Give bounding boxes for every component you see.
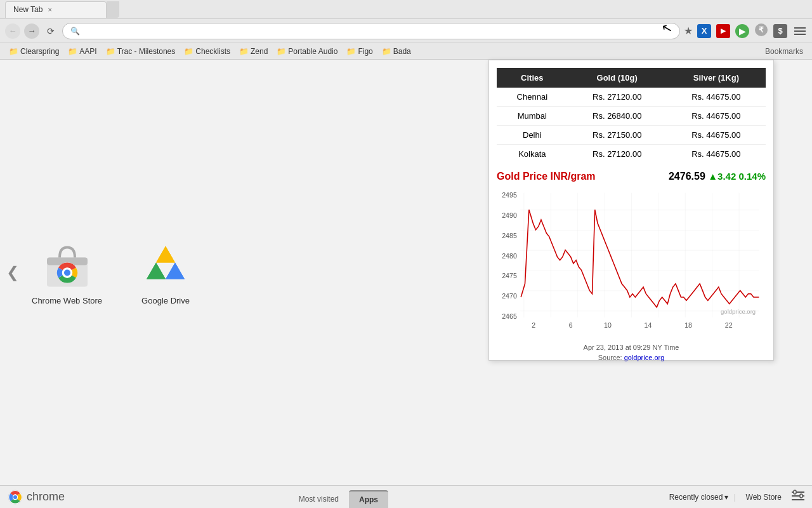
table-cell-gold: Rs. 27120.00 xyxy=(568,88,667,107)
tab-most-visited[interactable]: Most visited xyxy=(289,490,349,508)
google-drive-icon xyxy=(140,240,191,291)
svg-text:22: 22 xyxy=(725,321,733,329)
ext-icon-x-button[interactable]: X xyxy=(697,23,712,39)
bottom-right: Recently closed ▾ | Web Store xyxy=(669,490,804,504)
chrome-menu-button[interactable] xyxy=(792,23,807,39)
folder-icon: 📁 xyxy=(239,47,249,56)
apps-container: Chrome Web Store xyxy=(32,240,191,305)
bookmark-label: Bada xyxy=(393,47,411,56)
bottom-settings-button[interactable] xyxy=(792,490,804,504)
tab-title: New Tab xyxy=(13,5,43,14)
bookmark-trac[interactable]: 📁 Trac - Milestones xyxy=(102,46,180,57)
chart-source: Source: goldprice.org xyxy=(497,354,766,361)
ext-green-icon: ▶ xyxy=(735,24,749,38)
ext-red-icon: ▶ xyxy=(716,24,730,38)
svg-marker-14 xyxy=(166,263,185,279)
ext-icon-red-button[interactable]: ▶ xyxy=(716,23,731,39)
source-link[interactable]: goldprice.org xyxy=(624,354,665,361)
svg-marker-12 xyxy=(147,263,166,279)
title-bar: New Tab × xyxy=(0,0,812,19)
bookmark-zend[interactable]: 📁 Zend xyxy=(235,46,272,57)
table-cell-city: Chennai xyxy=(497,88,568,107)
hamburger-icon xyxy=(794,25,807,37)
svg-text:2470: 2470 xyxy=(502,292,517,300)
tab-apps[interactable]: Apps xyxy=(349,490,388,508)
svg-text:2480: 2480 xyxy=(502,252,517,260)
gold-price-title: Gold Price INR/gram xyxy=(497,171,596,182)
bookmark-label: Zend xyxy=(251,47,268,56)
google-drive-label: Google Drive xyxy=(141,296,190,305)
gold-price-value: 2476.59 xyxy=(669,171,705,182)
ext-icon-currency-button[interactable]: ₹ xyxy=(754,23,769,39)
table-cell-silver: Rs. 44675.00 xyxy=(667,145,766,164)
table-cell-gold: Rs. 26840.00 xyxy=(568,107,667,126)
source-label: Source: xyxy=(598,354,622,361)
col-silver: Silver (1Kg) xyxy=(667,68,766,88)
table-row: MumbaiRs. 26840.00Rs. 44675.00 xyxy=(497,107,766,126)
folder-icon: 📁 xyxy=(106,47,115,56)
svg-text:2: 2 xyxy=(532,321,535,329)
bookmark-checklists[interactable]: 📁 Checklists xyxy=(180,46,234,57)
price-table: Cities Gold (10g) Silver (1Kg) ChennaiRs… xyxy=(497,68,766,163)
dollar-icon: $ xyxy=(773,24,787,38)
tab-spacer xyxy=(107,1,119,18)
chrome-logo-icon xyxy=(8,490,23,505)
bookmark-bada[interactable]: 📁 Bada xyxy=(378,46,415,57)
svg-text:6: 6 xyxy=(569,321,573,329)
folder-icon: 📁 xyxy=(382,47,391,56)
bookmark-clearspring[interactable]: 📁 Clearspring xyxy=(5,46,63,57)
web-store-label: Web Store xyxy=(746,493,782,502)
google-drive-app[interactable]: Google Drive xyxy=(140,240,191,305)
chrome-wordmark: chrome xyxy=(27,490,65,504)
bookmark-aapi[interactable]: 📁 AAPI xyxy=(64,46,100,57)
folder-icon: 📁 xyxy=(68,47,77,56)
svg-rect-36 xyxy=(794,490,796,494)
active-tab[interactable]: New Tab × xyxy=(5,1,107,18)
svg-text:2485: 2485 xyxy=(502,232,517,239)
url-bar[interactable]: 🔍 xyxy=(62,23,680,39)
table-cell-silver: Rs. 44675.00 xyxy=(667,126,766,145)
recently-closed-button[interactable]: Recently closed ▾ xyxy=(669,493,729,502)
ext-x-icon: X xyxy=(697,24,711,38)
bookmark-label: AAPI xyxy=(79,47,96,56)
gold-chart-container: 2495 2490 2485 2480 2475 2470 2465 2 6 1… xyxy=(497,187,766,352)
settings-icon xyxy=(792,490,804,502)
bookmark-portable-audio[interactable]: 📁 Portable Audio xyxy=(273,46,341,57)
folder-icon: 📁 xyxy=(9,47,18,56)
svg-rect-35 xyxy=(792,499,804,500)
search-icon: 🔍 xyxy=(70,27,80,36)
svg-point-32 xyxy=(13,495,17,499)
bottom-bar: chrome Most visited Apps Recently closed… xyxy=(0,485,812,508)
chrome-web-store-icon xyxy=(42,240,93,291)
table-cell-city: Kolkata xyxy=(497,145,568,164)
ext-icon-dollar-button[interactable]: $ xyxy=(773,23,788,39)
table-cell-silver: Rs. 44675.00 xyxy=(667,88,766,107)
svg-text:2490: 2490 xyxy=(502,211,517,219)
prev-apps-button[interactable]: ❮ xyxy=(6,264,19,281)
chrome-web-store-app[interactable]: Chrome Web Store xyxy=(32,240,102,305)
bookmark-figo[interactable]: 📁 Figo xyxy=(343,46,376,57)
table-cell-gold: Rs. 27120.00 xyxy=(568,145,667,164)
bookmark-label: Figo xyxy=(358,47,372,56)
bookmark-label: Trac - Milestones xyxy=(117,47,176,56)
tab-close-button[interactable]: × xyxy=(48,6,51,13)
bookmark-star-icon[interactable]: ★ xyxy=(684,25,693,37)
back-button[interactable]: ← xyxy=(5,23,20,39)
ext-icon-green-button[interactable]: ▶ xyxy=(735,23,750,39)
bookmarks-right-arrow[interactable]: Bookmarks xyxy=(761,46,807,57)
forward-button[interactable]: → xyxy=(24,23,39,39)
svg-text:18: 18 xyxy=(684,321,692,329)
chrome-logo: chrome xyxy=(8,490,65,505)
bottom-tabs: Most visited Apps xyxy=(8,486,669,508)
folder-icon: 📁 xyxy=(184,47,193,56)
svg-text:₹: ₹ xyxy=(759,25,764,34)
svg-rect-37 xyxy=(800,494,802,498)
folder-icon: 📁 xyxy=(346,47,356,56)
table-cell-city: Delhi xyxy=(497,126,568,145)
refresh-button[interactable]: ⟳ xyxy=(43,23,58,39)
chart-timestamp: Apr 23, 2013 at 09:29 NY Time xyxy=(497,344,766,351)
table-cell-city: Mumbai xyxy=(497,107,568,126)
svg-text:10: 10 xyxy=(604,321,612,329)
web-store-button[interactable]: Web Store xyxy=(741,491,787,503)
gold-price-widget: Cities Gold (10g) Silver (1Kg) ChennaiRs… xyxy=(488,60,774,361)
